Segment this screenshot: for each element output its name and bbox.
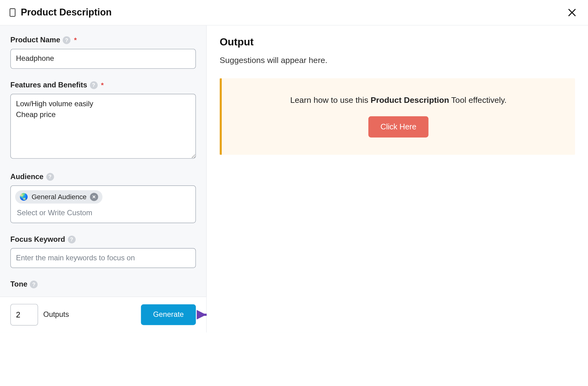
outputs-label: Outputs: [43, 310, 69, 319]
focus-keyword-label: Focus Keyword: [10, 235, 65, 244]
globe-icon: 🌏: [19, 193, 28, 201]
features-label: Features and Benefits: [10, 81, 87, 90]
output-title: Output: [220, 36, 575, 48]
tip-text-bold: Product Description: [371, 95, 449, 104]
field-audience: Audience ? 🌏 General Audience ✕: [10, 173, 196, 223]
close-icon: [567, 8, 577, 17]
field-product-name: Product Name ? *: [10, 36, 196, 69]
field-tone: Tone ?: [10, 280, 196, 289]
features-textarea[interactable]: [10, 94, 196, 159]
focus-keyword-input[interactable]: [10, 248, 196, 268]
product-name-label: Product Name: [10, 36, 60, 44]
form-footer: Outputs Generate: [0, 296, 206, 332]
generate-button[interactable]: Generate: [141, 304, 196, 325]
field-focus-keyword: Focus Keyword ?: [10, 235, 196, 268]
product-name-input[interactable]: [10, 49, 196, 69]
tone-label: Tone: [10, 280, 27, 289]
help-icon[interactable]: ?: [90, 81, 98, 89]
tip-cta-button[interactable]: Click Here: [368, 116, 429, 138]
required-marker: *: [101, 81, 104, 89]
document-icon: [10, 8, 16, 17]
form-pane: Product Name ? * Features and Benefits ?…: [0, 26, 207, 333]
modal-header: Product Description: [0, 0, 588, 26]
help-icon[interactable]: ?: [46, 173, 54, 181]
close-button[interactable]: [565, 6, 578, 19]
field-features: Features and Benefits ? *: [10, 81, 196, 161]
audience-chip: 🌏 General Audience ✕: [15, 190, 103, 203]
tip-callout: Learn how to use this Product Descriptio…: [220, 78, 575, 155]
audience-input[interactable]: [15, 203, 191, 220]
page-title: Product Description: [21, 7, 111, 18]
help-icon[interactable]: ?: [63, 36, 70, 44]
help-icon[interactable]: ?: [68, 236, 75, 243]
audience-chip-label: General Audience: [32, 193, 86, 201]
required-marker: *: [74, 36, 77, 44]
tip-text-prefix: Learn how to use this: [290, 95, 371, 104]
tip-text: Learn how to use this Product Descriptio…: [232, 95, 565, 105]
help-icon[interactable]: ?: [30, 281, 38, 288]
outputs-stepper[interactable]: [10, 304, 38, 325]
chip-remove-button[interactable]: ✕: [90, 193, 98, 201]
audience-box[interactable]: 🌏 General Audience ✕: [10, 186, 196, 223]
audience-label: Audience: [10, 173, 44, 181]
output-pane: Output Suggestions will appear here. Lea…: [207, 26, 588, 333]
output-subtitle: Suggestions will appear here.: [220, 56, 575, 65]
tip-text-suffix: Tool effectively.: [449, 95, 506, 104]
